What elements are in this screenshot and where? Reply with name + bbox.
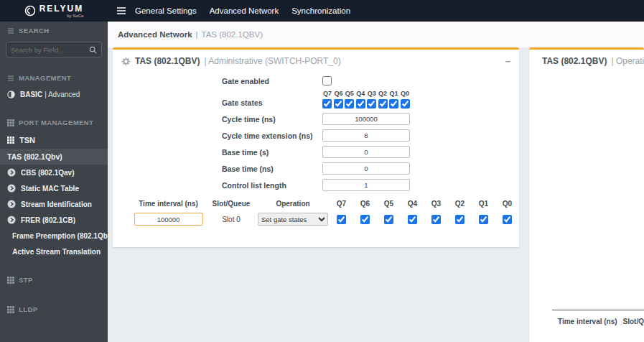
sidebar-stp-label: STP bbox=[19, 276, 33, 284]
sidebar-item-frame-preemption[interactable]: Frame Preemption (802.1Qbu) bbox=[0, 228, 108, 244]
chevron-circle-icon bbox=[7, 168, 16, 177]
breadcrumb-page: TAS (802.1QBV) bbox=[202, 30, 263, 39]
base-time-s-label: Base time (s) bbox=[222, 148, 322, 157]
row-gate-checkbox-q0[interactable] bbox=[503, 215, 512, 224]
gate-state-checkbox-q5[interactable] bbox=[345, 99, 354, 108]
gate-state-checkbox-q4[interactable] bbox=[356, 99, 365, 108]
cycle-time-extension-input[interactable] bbox=[322, 129, 410, 142]
administrative-form: Gate enabled Gate states Q7 Q6 Q5 Q4 Q3 bbox=[113, 76, 519, 191]
cycle-time-input[interactable] bbox=[322, 113, 410, 125]
gate-enabled-row: Gate enabled bbox=[113, 76, 519, 86]
administrative-card-title: TAS (802.1QBV) bbox=[135, 56, 200, 66]
queue-label-q4: Q4 bbox=[355, 90, 365, 97]
sidebar-item-static-mac-table[interactable]: Static MAC Table bbox=[0, 180, 108, 196]
base-time-ns-input[interactable] bbox=[322, 162, 410, 175]
nav-general-settings[interactable]: General Settings bbox=[135, 6, 197, 15]
sidebar-port-management-header-label: PORT MANAGEMENT bbox=[19, 119, 93, 126]
sidebar-management-header-label: MANAGEMENT bbox=[19, 74, 71, 82]
cycle-time-extension-row: Cycle time extension (ns) bbox=[113, 129, 519, 142]
col-q1: Q1 bbox=[472, 200, 495, 208]
nav-advanced-network[interactable]: Advanced Network bbox=[210, 6, 279, 15]
grid-icon bbox=[7, 306, 14, 313]
brand-name: RELYUM bbox=[39, 4, 84, 13]
row-gate-checkbox-q1[interactable] bbox=[479, 215, 488, 224]
sidebar-item-tsn[interactable]: TSN bbox=[0, 131, 108, 149]
row-gate-checkbox-q4[interactable] bbox=[408, 215, 417, 224]
search-icon[interactable] bbox=[89, 46, 97, 54]
search-box[interactable] bbox=[6, 42, 102, 57]
gate-state-checkbox-q1[interactable] bbox=[389, 99, 398, 108]
sidebar-item-active-stream-translation[interactable]: Active Stream Translation bbox=[0, 244, 108, 259]
sidebar-search-header-label: SEARCH bbox=[19, 27, 50, 34]
queue-label-q7: Q7 bbox=[322, 90, 332, 97]
gate-state-checkbox-q0[interactable] bbox=[401, 99, 410, 108]
brand-logo[interactable]: RELYUM by SoCe bbox=[0, 4, 108, 18]
operative-card-header: TAS (802.1QBV) | Operative ( bbox=[529, 50, 644, 70]
sidebar-item-basic-advanced[interactable]: BASIC| Advanced bbox=[0, 87, 108, 102]
sidebar-item-lldp[interactable]: LLDP bbox=[0, 300, 108, 318]
grid-icon bbox=[7, 277, 14, 284]
sidebar-tas-label: TAS (802.1Qbv) bbox=[7, 152, 62, 161]
queue-label-q3: Q3 bbox=[367, 90, 377, 97]
gate-state-checkbox-q2[interactable] bbox=[378, 99, 388, 108]
gate-enabled-label: Gate enabled bbox=[222, 77, 322, 86]
base-time-ns-row: Base time (ns) bbox=[113, 162, 519, 175]
operative-card-subtitle: | Operative ( bbox=[611, 56, 644, 66]
breadcrumb-section: Advanced Network bbox=[118, 30, 192, 39]
col-time-interval: Time interval (ns) bbox=[131, 200, 206, 208]
operative-card: TAS (802.1QBV) | Operative ( Time interv… bbox=[529, 47, 644, 342]
operative-table-header: Time interval (ns) Slot/Q bbox=[552, 310, 644, 325]
sidebar-tsn-label: TSN bbox=[19, 136, 35, 144]
queue-labels: Q7 Q6 Q5 Q4 Q3 Q2 Q1 Q0 bbox=[322, 90, 410, 97]
control-list-length-input[interactable] bbox=[322, 179, 410, 191]
row-gate-checkbox-q3[interactable] bbox=[431, 215, 441, 224]
list-icon bbox=[7, 75, 14, 82]
row-time-interval-input[interactable] bbox=[134, 213, 203, 226]
gear-icon bbox=[121, 57, 131, 66]
col-q6: Q6 bbox=[353, 200, 377, 208]
col-q4: Q4 bbox=[401, 200, 424, 208]
gate-states-checkboxes bbox=[322, 99, 410, 108]
nav-synchronization[interactable]: Synchronization bbox=[291, 6, 350, 15]
sidebar-item-stream-identification[interactable]: Stream Identification bbox=[0, 196, 108, 212]
sidebar-section-search: SEARCH bbox=[0, 22, 108, 40]
gate-state-checkbox-q3[interactable] bbox=[367, 99, 376, 108]
gate-state-checkbox-q7[interactable] bbox=[322, 99, 332, 108]
menu-toggle-icon[interactable] bbox=[116, 6, 126, 15]
gate-state-checkbox-q6[interactable] bbox=[334, 99, 343, 108]
row-gate-checkbox-q6[interactable] bbox=[360, 215, 370, 224]
gate-control-table-header: Time interval (ns) Slot/Queue Operation … bbox=[131, 200, 519, 208]
base-time-ns-label: Base time (ns) bbox=[222, 165, 322, 173]
op-col-time-interval: Time interval (ns) bbox=[558, 318, 623, 325]
collapse-button[interactable]: − bbox=[505, 57, 510, 66]
top-nav-links: General Settings Advanced Network Synchr… bbox=[135, 6, 350, 15]
gate-enabled-checkbox[interactable] bbox=[322, 76, 332, 86]
queue-label-q1: Q1 bbox=[389, 90, 399, 97]
operation-select[interactable]: Set gate states bbox=[258, 213, 328, 226]
top-navbar: RELYUM by SoCe General Settings Advanced… bbox=[0, 0, 644, 22]
col-q3: Q3 bbox=[424, 200, 448, 208]
base-time-s-input[interactable] bbox=[322, 146, 410, 158]
col-slot-queue: Slot/Queue bbox=[206, 200, 256, 208]
sidebar-item-stp[interactable]: STP bbox=[0, 271, 108, 289]
sidebar-item-cbs[interactable]: CBS (802.1Qav) bbox=[0, 165, 108, 180]
grid-icon bbox=[7, 137, 14, 144]
row-gate-checkbox-q2[interactable] bbox=[455, 215, 465, 224]
cycle-time-label: Cycle time (ns) bbox=[222, 115, 322, 124]
sidebar: SEARCH MANAGEMENT BASIC| Advanced PORT M… bbox=[0, 22, 108, 342]
search-input[interactable] bbox=[11, 46, 89, 54]
sidebar-item-frer[interactable]: FRER (802.1CB) bbox=[0, 212, 108, 228]
chevron-circle-icon bbox=[7, 184, 16, 193]
col-q5: Q5 bbox=[377, 200, 401, 208]
control-list-length-label: Control list length bbox=[222, 181, 322, 190]
row-gate-checkbox-q5[interactable] bbox=[384, 215, 393, 224]
row-slot-value: Slot 0 bbox=[206, 216, 256, 223]
row-gate-checkbox-q7[interactable] bbox=[337, 215, 346, 224]
gate-control-row: Slot 0 Set gate states bbox=[131, 213, 519, 226]
administrative-card: TAS (802.1QBV) | Administrative (SWITCH-… bbox=[113, 47, 519, 247]
op-col-slot-queue: Slot/Q bbox=[623, 318, 644, 325]
sidebar-item-tas[interactable]: TAS (802.1Qbv) bbox=[0, 149, 108, 165]
col-q7: Q7 bbox=[330, 200, 353, 208]
sidebar-section-management: MANAGEMENT bbox=[0, 69, 108, 87]
queue-label-q5: Q5 bbox=[345, 90, 355, 97]
